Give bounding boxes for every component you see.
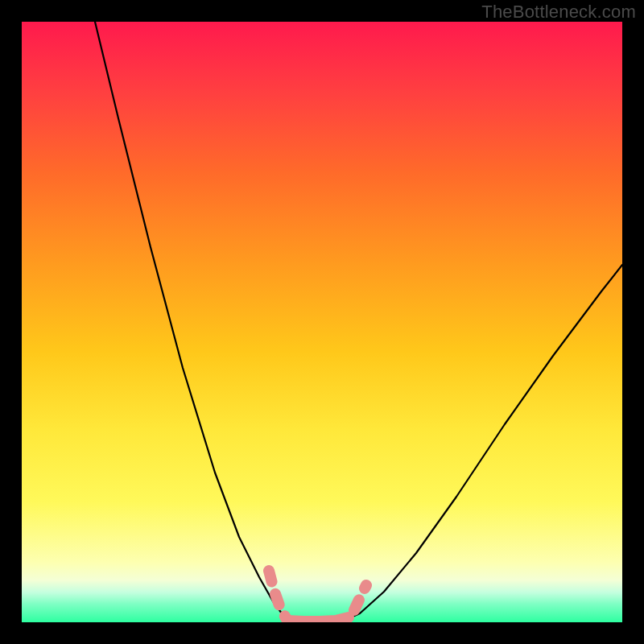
curve-layer [22,22,622,622]
series-dash-bottom [287,617,349,621]
chart-frame: TheBottleneck.com [0,0,644,644]
series-left-branch [95,22,287,621]
series-right-branch [344,265,622,621]
series-dash-left [269,571,287,621]
series-dash-right [354,585,366,610]
plot-area [22,22,622,622]
watermark-text: TheBottleneck.com [481,2,636,23]
